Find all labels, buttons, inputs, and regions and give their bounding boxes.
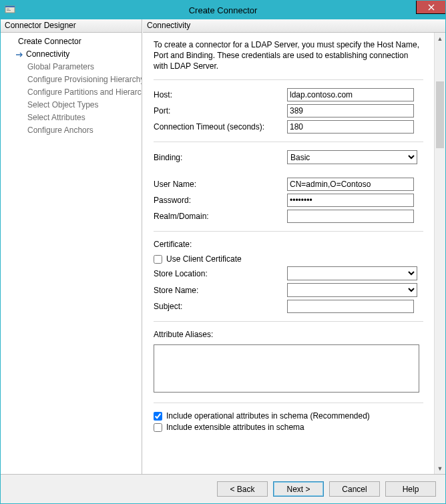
row-password: Password: bbox=[154, 194, 423, 207]
nav-label: Select Attributes bbox=[27, 113, 85, 122]
sidebar-header: Connector Designer bbox=[1, 19, 142, 33]
nav-item-configure-anchors[interactable]: Configure Anchors bbox=[1, 124, 142, 137]
label-store-name: Store Name: bbox=[154, 286, 287, 295]
titlebar: Create Connector bbox=[1, 1, 445, 19]
cancel-button[interactable]: Cancel bbox=[329, 481, 380, 497]
divider bbox=[154, 231, 423, 232]
nav-label: Connectivity bbox=[18, 49, 69, 59]
include-extensible-checkbox[interactable] bbox=[154, 423, 162, 432]
row-use-client-cert: Use Client Certificate bbox=[154, 254, 423, 264]
host-field[interactable] bbox=[287, 88, 414, 101]
divider bbox=[154, 142, 423, 142]
row-store-location: Store Location: bbox=[154, 266, 423, 280]
password-field[interactable] bbox=[287, 194, 414, 207]
nav-item-connectivity[interactable]: Connectivity bbox=[1, 48, 142, 61]
sidebar: Connector Designer Create Connector Conn… bbox=[1, 19, 142, 474]
main-header: Connectivity bbox=[143, 19, 445, 33]
svg-rect-2 bbox=[7, 9, 9, 9]
content: Connector Designer Create Connector Conn… bbox=[1, 19, 445, 474]
nav-label: Select Object Types bbox=[27, 100, 99, 109]
store-location-select[interactable] bbox=[287, 266, 417, 280]
binding-select[interactable]: Basic bbox=[287, 150, 417, 164]
row-realm: Realm/Domain: bbox=[154, 210, 423, 223]
label-include-operational: Include operational attributes in schema… bbox=[166, 411, 370, 421]
label-username: User Name: bbox=[154, 180, 287, 189]
label-subject: Subject: bbox=[154, 302, 287, 311]
footer: < Back Next > Cancel Help bbox=[1, 474, 445, 503]
label-certificate: Certificate: bbox=[154, 240, 423, 249]
scroll-up-button[interactable]: ▲ bbox=[435, 33, 445, 44]
scroll-track[interactable] bbox=[435, 44, 445, 463]
port-field[interactable] bbox=[287, 104, 414, 117]
nav-item-provisioning-hierarchy[interactable]: Configure Provisioning Hierarchy bbox=[1, 73, 142, 86]
row-subject: Subject: bbox=[154, 300, 423, 313]
label-binding: Binding: bbox=[154, 153, 287, 162]
form: To create a connector for a LDAP Server,… bbox=[143, 33, 434, 474]
timeout-field[interactable] bbox=[287, 120, 414, 134]
label-host: Host: bbox=[154, 90, 287, 99]
divider bbox=[154, 403, 423, 403]
subject-field[interactable] bbox=[287, 300, 414, 313]
row-include-operational: Include operational attributes in schema… bbox=[154, 411, 423, 421]
nav-item-partitions-hierarchies[interactable]: Configure Partitions and Hierarchies bbox=[1, 86, 142, 99]
next-button[interactable]: Next > bbox=[273, 481, 324, 497]
nav-item-create-connector[interactable]: Create Connector bbox=[1, 35, 142, 48]
arrow-right-icon bbox=[15, 50, 23, 58]
vertical-scrollbar[interactable]: ▲ ▼ bbox=[434, 33, 445, 474]
label-timeout: Connection Timeout (seconds): bbox=[154, 122, 287, 132]
wizard-window: Create Connector Connector Designer Crea… bbox=[0, 0, 446, 504]
app-icon bbox=[5, 5, 15, 15]
nav-item-select-attributes[interactable]: Select Attributes bbox=[1, 111, 142, 124]
row-host: Host: bbox=[154, 88, 423, 101]
realm-field[interactable] bbox=[287, 210, 414, 223]
back-button[interactable]: < Back bbox=[217, 481, 268, 497]
row-username: User Name: bbox=[154, 178, 423, 191]
main-panel: Connectivity To create a connector for a… bbox=[142, 19, 445, 474]
label-store-location: Store Location: bbox=[154, 269, 287, 278]
scroll-area: To create a connector for a LDAP Server,… bbox=[143, 33, 445, 474]
include-operational-checkbox[interactable] bbox=[154, 412, 162, 421]
svg-rect-3 bbox=[7, 10, 11, 11]
nav-label: Global Parameters bbox=[27, 62, 94, 71]
nav-label: Configure Provisioning Hierarchy bbox=[27, 75, 142, 84]
nav-label: Configure Partitions and Hierarchies bbox=[27, 87, 142, 97]
label-realm: Realm/Domain: bbox=[154, 212, 287, 221]
label-include-extensible: Include extensible attributes in schema bbox=[166, 423, 304, 432]
username-field[interactable] bbox=[287, 178, 414, 191]
label-port: Port: bbox=[154, 106, 287, 115]
label-attribute-aliases: Attribute Aliases: bbox=[154, 330, 423, 339]
window-title: Create Connector bbox=[1, 5, 445, 15]
attribute-aliases-textarea[interactable] bbox=[154, 344, 419, 393]
row-store-name: Store Name: bbox=[154, 283, 423, 297]
nav-item-global-parameters[interactable]: Global Parameters bbox=[1, 61, 142, 73]
store-name-select[interactable] bbox=[287, 283, 417, 297]
divider bbox=[154, 79, 423, 80]
nav-label: Configure Anchors bbox=[27, 125, 93, 135]
nav-tree: Create Connector Connectivity Global Par… bbox=[1, 33, 142, 474]
row-include-extensible: Include extensible attributes in schema bbox=[154, 423, 423, 432]
nav-item-object-types[interactable]: Select Object Types bbox=[1, 99, 142, 111]
scroll-down-button[interactable]: ▼ bbox=[435, 463, 445, 474]
svg-rect-1 bbox=[5, 6, 15, 7]
close-button[interactable] bbox=[416, 1, 445, 14]
row-binding: Binding: Basic bbox=[154, 150, 423, 164]
row-timeout: Connection Timeout (seconds): bbox=[154, 120, 423, 134]
row-port: Port: bbox=[154, 104, 423, 117]
scroll-thumb[interactable] bbox=[436, 81, 444, 148]
label-password: Password: bbox=[154, 196, 287, 205]
intro-text: To create a connector for a LDAP Server,… bbox=[154, 39, 423, 71]
nav-label: Create Connector bbox=[18, 37, 81, 46]
divider bbox=[154, 321, 423, 322]
help-button[interactable]: Help bbox=[385, 481, 436, 497]
use-client-cert-checkbox[interactable] bbox=[154, 255, 162, 264]
label-use-client-cert: Use Client Certificate bbox=[166, 254, 242, 264]
